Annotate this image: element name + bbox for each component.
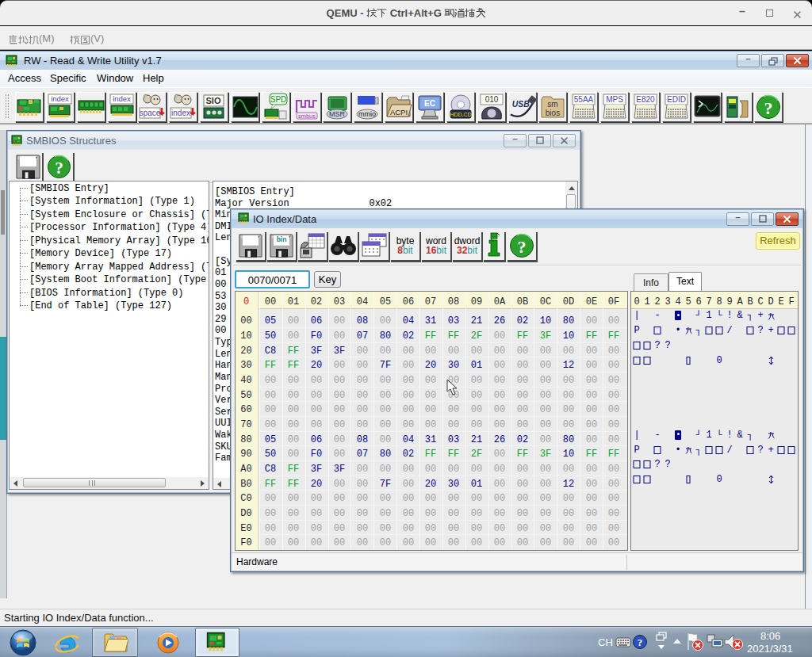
svg-text:index: index bbox=[51, 94, 69, 103]
svg-text:SIO: SIO bbox=[206, 96, 221, 105]
svg-text:USB: USB bbox=[512, 100, 530, 109]
svg-text:?: ? bbox=[518, 237, 527, 257]
svg-text:?: ? bbox=[764, 98, 773, 118]
svg-text:ACPI: ACPI bbox=[390, 108, 408, 117]
svg-text:010: 010 bbox=[485, 95, 499, 104]
svg-text:bin: bin bbox=[277, 235, 287, 243]
svg-text:EDID: EDID bbox=[667, 95, 686, 104]
svg-text:sm: sm bbox=[547, 100, 557, 109]
svg-text:E820: E820 bbox=[636, 95, 655, 104]
svg-text:55AA: 55AA bbox=[574, 95, 594, 104]
svg-text:index: index bbox=[113, 94, 131, 103]
svg-text:MSR: MSR bbox=[329, 110, 346, 118]
svg-text:?: ? bbox=[55, 159, 63, 178]
svg-text:EC: EC bbox=[424, 99, 435, 108]
svg-text:mmio: mmio bbox=[358, 110, 376, 118]
svg-text:MPS: MPS bbox=[606, 95, 623, 104]
svg-text:space: space bbox=[140, 109, 161, 117]
svg-text:HDD,CD: HDD,CD bbox=[450, 112, 471, 117]
svg-text:smbus: smbus bbox=[298, 113, 316, 120]
svg-text:bios: bios bbox=[546, 109, 560, 117]
svg-text:?: ? bbox=[638, 636, 643, 648]
svg-text:index: index bbox=[171, 109, 190, 117]
svg-text:SPD: SPD bbox=[270, 95, 287, 104]
